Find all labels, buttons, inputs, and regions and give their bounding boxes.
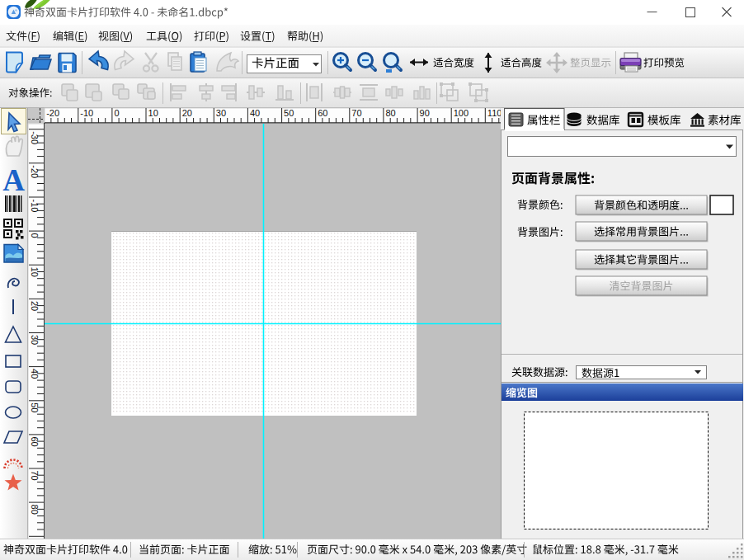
svg-text:70: 70	[30, 471, 40, 481]
svg-text:A: A	[2, 163, 25, 197]
svg-text:60: 60	[30, 436, 40, 446]
svg-text:90: 90	[420, 108, 430, 118]
svg-text:20: 20	[30, 301, 40, 311]
svg-text:80: 80	[385, 108, 395, 118]
svg-text:-10: -10	[30, 200, 40, 213]
svg-text:20: 20	[182, 108, 192, 118]
svg-text:100: 100	[454, 108, 469, 118]
svg-text:50: 50	[30, 402, 40, 412]
svg-text:0: 0	[114, 108, 119, 118]
svg-text:-20: -20	[46, 108, 59, 118]
svg-text:10: 10	[148, 108, 158, 118]
svg-text:60: 60	[318, 108, 327, 118]
svg-text:-30: -30	[30, 131, 40, 144]
svg-text:10: 10	[30, 267, 40, 277]
svg-text:110: 110	[487, 108, 502, 118]
svg-text:70: 70	[351, 108, 361, 118]
svg-text:50: 50	[284, 108, 294, 118]
svg-text:40: 40	[250, 108, 260, 118]
svg-text:80: 80	[30, 505, 40, 515]
svg-text:-10: -10	[80, 108, 93, 118]
svg-text:30: 30	[216, 108, 226, 118]
svg-text:30: 30	[30, 335, 40, 345]
svg-text:0: 0	[30, 233, 40, 238]
svg-text:40: 40	[30, 369, 40, 379]
svg-text:-20: -20	[30, 165, 40, 178]
